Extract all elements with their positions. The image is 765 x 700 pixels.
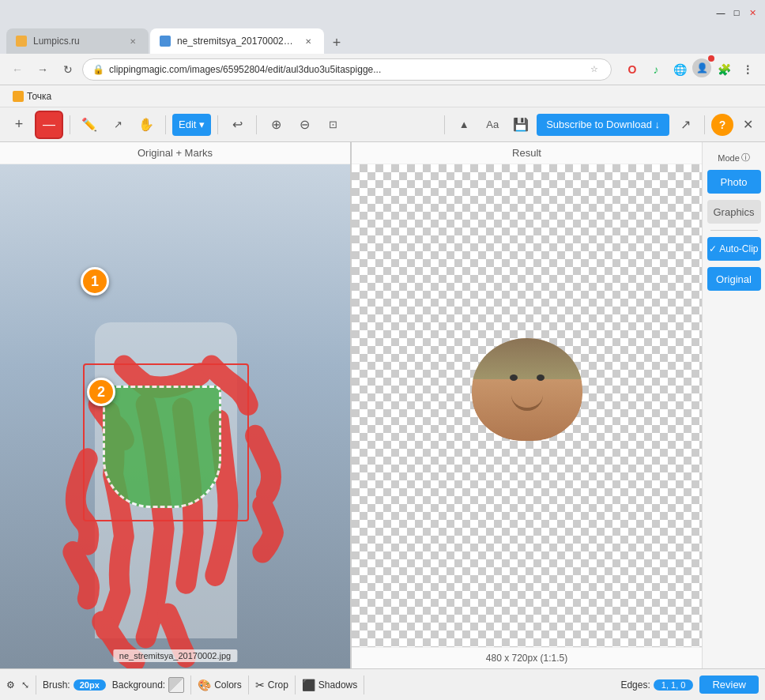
title-bar: — □ ✕ [0,0,765,25]
undo-button[interactable]: ↩ [224,112,250,137]
toolbar-separator-1 [70,115,70,134]
result-canvas [352,164,702,647]
mode-label: Mode ⓘ [718,152,750,164]
menu-button[interactable]: ⋮ [737,58,759,81]
original-button[interactable]: Original [707,267,761,291]
edges-value-badge[interactable]: 1, 1, 0 [654,679,694,691]
bookmark-folder-icon [13,91,24,102]
clip-favicon [160,36,171,47]
image-filename: ne_stremitsya_20170002.jpg [113,649,237,662]
photo-mode-button[interactable]: Photo [707,170,761,194]
brush-label: Brush: 20px [43,679,106,691]
subscribe-label: Subscribe to Download ↓ [546,119,660,130]
address-icons: ☆ [587,62,601,77]
bottom-separator-5 [364,676,364,694]
remove-background-button[interactable]: — [35,111,63,139]
settings-icon-button[interactable]: ⚙ [6,679,15,691]
result-size: 480 x 720px (1:1.5) [352,647,702,668]
green-selected-area [103,386,221,508]
tab-lumpics-close[interactable]: ✕ [126,35,139,47]
edit-dropdown[interactable]: Edit ▾ [172,114,211,136]
resize-icon-button[interactable]: ⤡ [21,679,29,691]
zoom-out-button[interactable]: ⊖ [292,112,317,137]
bottom-separator-2 [190,676,191,694]
graphics-mode-button[interactable]: Graphics [707,200,761,224]
toolbar-mid: ▲ Aa 💾 [441,112,533,137]
extension-icon[interactable]: 🧩 [713,58,735,81]
tab-clip[interactable]: ne_stremitsya_20170002.jpg - Cli ✕ [150,28,324,54]
shadows-button[interactable]: ⬛ Shadows [302,679,357,691]
new-tab-button[interactable]: + [326,32,348,54]
text-tool-button[interactable]: Aa [480,112,505,137]
reload-button[interactable]: ↻ [57,58,79,81]
fit-button[interactable]: ⊡ [320,112,345,137]
zoom-in-button[interactable]: ⊕ [263,112,288,137]
subscribe-to-download-button[interactable]: Subscribe to Download ↓ [537,114,669,136]
crop-label: Crop [268,679,288,691]
bookmark-label: Точка [27,91,51,102]
brush-size-badge[interactable]: 20px [73,679,106,691]
face-eye-left [510,374,518,381]
pan-tool-button[interactable]: ✋ [134,112,159,137]
mode-info-icon[interactable]: ⓘ [741,152,750,164]
opera-icon[interactable]: O [621,58,643,81]
forward-button[interactable]: → [32,58,54,81]
side-separator-1 [710,230,758,231]
step-badge-1: 1 [81,267,109,295]
right-panel: Result 480 [352,142,702,668]
eraser-tool-button[interactable]: ✏️ [77,112,102,137]
left-panel: Original + Marks [0,142,352,668]
back-button[interactable]: ← [6,58,28,81]
colors-button[interactable]: 🎨 Colors [198,679,242,691]
music-icon[interactable]: ♪ [645,58,667,81]
toolbar-separator-2 [165,115,166,134]
title-bar-controls: — □ ✕ [714,6,759,19]
image-adjust-button[interactable]: ▲ [451,112,477,137]
main-content: Original + Marks [0,142,765,668]
add-foreground-button[interactable]: + [6,112,32,137]
tab-lumpics-title: Lumpics.ru [33,36,120,47]
review-button[interactable]: Review [699,676,759,694]
app-area: + — ✏️ ↗ ✋ Edit ▾ ↩ ⊕ ⊖ ⊡ [0,107,765,700]
bookmarks-bar: Точка [0,85,765,107]
autoclip-button[interactable]: ✓ Auto-Clip [707,237,761,261]
face-eye-right [537,374,545,381]
minus-icon: — [43,118,55,132]
resize-icon: ⤡ [21,679,29,691]
close-app-button[interactable]: ✕ [737,114,759,136]
side-toolbar: Mode ⓘ Photo Graphics ✓ Auto-Clip Origin… [702,142,765,668]
address-input[interactable]: 🔒 clippingmagic.com/images/65952804/edit… [82,58,612,81]
save-button[interactable]: 💾 [508,112,533,137]
lumpics-favicon [16,36,27,47]
profile-icon[interactable]: 👤 [692,58,711,81]
tab-clip-title: ne_stremitsya_20170002.jpg - Cli [177,36,296,47]
crop-button[interactable]: ✂ Crop [255,679,288,691]
select-tool-button[interactable]: ↗ [105,112,130,137]
canvas-area[interactable]: 1 2 ne_stremitsya_20170002.jpg [0,164,350,668]
colors-label: Colors [214,679,242,691]
background-color-swatch[interactable] [168,677,184,693]
bottom-toolbar: ⚙ ⤡ Brush: 20px Background: 🎨 Colors ✂ [0,668,765,700]
edit-label: Edit ▾ [179,119,205,130]
step-badge-2: 2 [87,378,115,406]
toolbar-left: + — ✏️ ↗ ✋ Edit ▾ ↩ ⊕ ⊖ ⊡ [6,111,438,139]
notif-dot [708,55,714,62]
colors-icon: 🎨 [198,679,211,691]
toolbar-separator-3 [217,115,218,134]
help-button[interactable]: ? [711,114,733,136]
tab-lumpics[interactable]: Lumpics.ru ✕ [6,28,149,54]
globe-icon[interactable]: 🌐 [669,58,691,81]
minimize-button[interactable]: — [714,6,727,19]
toolbar-separator-4 [256,115,257,134]
bookmark-tochka[interactable]: Точка [6,89,58,103]
close-window-button[interactable]: ✕ [746,6,759,19]
tab-clip-close[interactable]: ✕ [302,35,315,47]
bottom-separator-3 [248,676,249,694]
share-button[interactable]: ↗ [673,112,698,137]
mode-text: Mode [718,153,740,163]
background-label: Background: [112,677,184,693]
toolbar-right: Subscribe to Download ↓ ↗ ? ✕ [537,112,759,137]
maximize-button[interactable]: □ [730,6,743,19]
bookmark-star-icon[interactable]: ☆ [587,62,601,77]
bottom-separator-1 [36,676,36,694]
